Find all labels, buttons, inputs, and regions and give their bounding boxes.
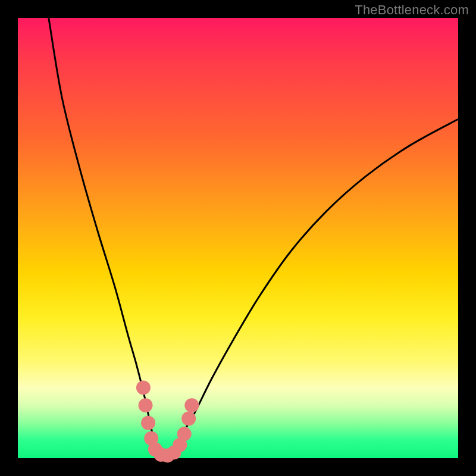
data-marker bbox=[136, 381, 151, 395]
marker-group bbox=[136, 381, 199, 463]
curve-layer bbox=[18, 18, 458, 458]
attribution-label: TheBottleneck.com bbox=[355, 2, 469, 18]
data-marker bbox=[139, 398, 153, 412]
data-marker bbox=[184, 398, 199, 412]
data-marker bbox=[141, 416, 155, 430]
chart-frame: TheBottleneck.com bbox=[0, 0, 476, 476]
data-marker bbox=[181, 411, 196, 425]
right-branch-curve bbox=[163, 119, 458, 458]
plot-area bbox=[18, 18, 458, 458]
data-marker bbox=[177, 427, 192, 441]
